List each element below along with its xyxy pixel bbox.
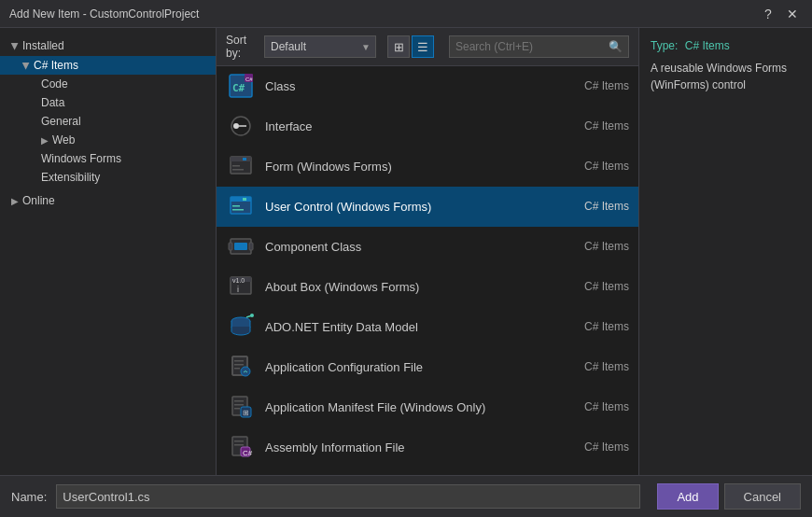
dialog-body: ▶ Installed ▶ C# Items Code Data General… [0,28,812,517]
tree-online[interactable]: ▶ Online [0,190,216,211]
assembly-icon: C# [226,432,256,462]
name-input[interactable] [56,484,640,509]
item-name-adonet: ADO.NET Entity Data Model [265,320,545,334]
item-name-config: Application Configuration File [265,360,545,374]
name-label: Name: [11,490,47,504]
item-row-bitmap[interactable]: Bitmap File C# Items [217,468,638,475]
desc-type: Type: C# Items [651,39,812,52]
list-view-button[interactable]: ☰ [412,35,434,58]
title-bar: Add New Item - CustomControlProject ? ✕ [0,0,812,28]
expand-online-icon: ▶ [11,196,19,206]
item-row-class[interactable]: C# C# Class C# Items [217,66,638,106]
expand-web-icon: ▶ [41,135,49,146]
title-bar-controls: ? ✕ [758,4,803,24]
windows-forms-label: Windows Forms [41,152,121,165]
help-button[interactable]: ? [758,4,778,24]
item-row-config[interactable]: Application Configuration File C# Items [217,347,638,387]
dialog-title: Add New Item - CustomControlProject [9,7,199,21]
item-name-component: Component Class [265,240,545,254]
search-input[interactable] [455,40,605,53]
csharp-items-label: C# Items [34,59,78,72]
svg-text:v1.0: v1.0 [232,277,245,284]
item-list: C# C# Class C# Items [217,66,638,475]
about-icon: v1.0 i [226,272,256,301]
user-control-icon [226,191,256,221]
search-icon: 🔍 [609,40,623,53]
svg-rect-20 [234,243,247,250]
web-label: Web [52,133,75,147]
svg-rect-42 [234,444,244,446]
extensibility-label: Extensibility [41,171,100,184]
cancel-button[interactable]: Cancel [724,483,801,510]
description-panel: Type: C# Items A reusable Windows Forms … [638,28,812,475]
add-button[interactable]: Add [657,483,718,510]
item-category-user-control: C# Items [554,200,629,213]
expand-installed-icon: ▶ [10,42,21,49]
svg-rect-35 [234,400,244,402]
svg-rect-13 [231,197,251,202]
tree-data[interactable]: Data [0,93,216,112]
svg-text:⊞: ⊞ [243,409,249,417]
tree-csharp-items[interactable]: ▶ C# Items [0,56,216,75]
item-category-about: C# Items [554,280,629,293]
item-name-about: About Box (Windows Forms) [265,280,545,294]
close-button[interactable]: ✕ [782,4,803,24]
item-name-manifest: Application Manifest File (Windows Only) [265,400,545,414]
right-area: Sort by: Default Name Type ▼ ⊞ ☰ [217,28,812,475]
grid-view-button[interactable]: ⊞ [387,35,410,58]
item-row-component[interactable]: Component Class C# Items [217,227,638,267]
desc-text: A reusable Windows Forms (WinForms) cont… [651,60,812,93]
item-category-assembly: C# Items [554,440,629,454]
svg-rect-37 [234,408,240,410]
sort-select[interactable]: Default Name Type [264,35,376,58]
left-panel: ▶ Installed ▶ C# Items Code Data General… [0,28,217,475]
svg-rect-9 [243,158,246,161]
item-row-user-control[interactable]: User Control (Windows Forms) C# Items [217,187,638,227]
item-row-assembly[interactable]: C# Assembly Information File C# Items [217,427,638,468]
sort-select-wrapper: Default Name Type ▼ [264,35,376,58]
interface-icon [226,111,256,141]
svg-rect-10 [232,165,240,167]
form-icon [226,151,256,181]
svg-rect-31 [234,364,244,366]
item-row-adonet[interactable]: ADO.NET Entity Data Model C# Items [217,307,638,347]
svg-point-5 [233,123,239,129]
item-row-manifest[interactable]: ⊞ Application Manifest File (Windows Onl… [217,387,638,427]
svg-rect-30 [234,360,244,362]
manifest-icon: ⊞ [226,392,256,422]
installed-label: Installed [22,39,64,52]
svg-rect-32 [234,368,240,370]
toolbar: Sort by: Default Name Type ▼ ⊞ ☰ [217,28,638,66]
tree-extensibility[interactable]: Extensibility [0,168,216,187]
content-area: Sort by: Default Name Type ▼ ⊞ ☰ [217,28,638,475]
tree-web[interactable]: ▶ Web [0,131,216,149]
svg-rect-36 [234,404,244,406]
item-category-manifest: C# Items [554,400,629,413]
item-name-user-control: User Control (Windows Forms) [265,200,545,214]
svg-rect-16 [232,209,244,211]
svg-rect-11 [232,169,244,171]
item-category-config: C# Items [554,360,629,373]
tree-code[interactable]: Code [0,75,216,93]
config-icon [226,352,256,382]
item-name-form: Form (Windows Forms) [265,160,545,174]
item-category-class: C# Items [554,79,629,92]
view-buttons: ⊞ ☰ [387,35,434,58]
item-row-interface[interactable]: Interface C# Items [217,106,638,147]
general-label: General [41,115,81,128]
tree-general[interactable]: General [0,112,216,131]
action-buttons: Add Cancel [657,483,801,510]
data-label: Data [41,96,64,109]
code-label: Code [41,77,68,91]
item-row-form[interactable]: Form (Windows Forms) C# Items [217,147,638,187]
tree-installed[interactable]: ▶ Installed [0,35,216,56]
svg-rect-15 [232,205,240,207]
svg-rect-14 [243,198,246,201]
bottom-bar: Name: Add Cancel [0,475,812,517]
item-category-interface: C# Items [554,119,629,133]
svg-rect-41 [234,440,244,442]
tree-windows-forms[interactable]: Windows Forms [0,149,216,168]
online-label: Online [22,194,55,207]
top-area: ▶ Installed ▶ C# Items Code Data General… [0,28,812,475]
item-row-about[interactable]: v1.0 i About Box (Windows Forms) C# Item… [217,267,638,307]
